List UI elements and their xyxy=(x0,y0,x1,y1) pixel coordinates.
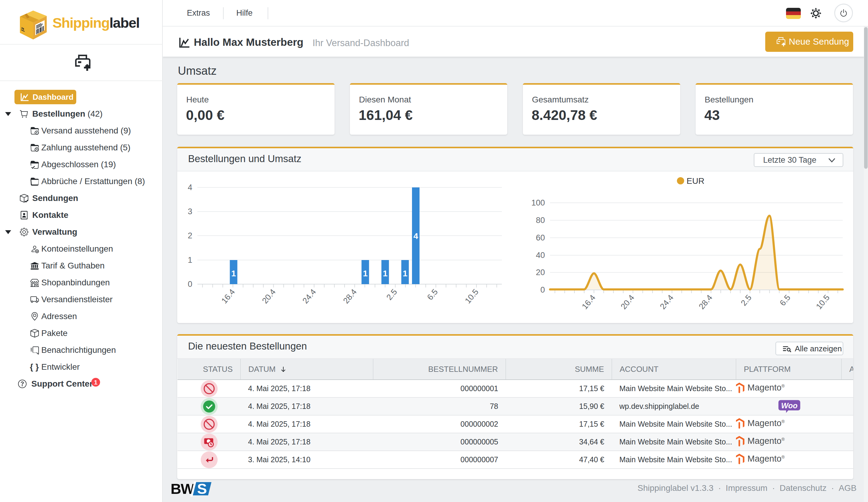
svg-text:20.4: 20.4 xyxy=(619,293,636,311)
svg-text:4: 4 xyxy=(188,183,192,192)
svg-text:24.4: 24.4 xyxy=(301,287,318,305)
svg-text:6.5: 6.5 xyxy=(425,287,440,302)
svg-text:!: ! xyxy=(36,131,37,134)
svg-text:20.4: 20.4 xyxy=(260,287,278,305)
svg-text:EUR: EUR xyxy=(686,176,704,186)
svg-text:4: 4 xyxy=(413,231,418,241)
svg-text:60: 60 xyxy=(536,233,545,242)
svg-text:10.5: 10.5 xyxy=(463,287,480,305)
svg-text:24.4: 24.4 xyxy=(658,293,675,311)
svg-text:28.4: 28.4 xyxy=(341,287,359,305)
svg-text:28.4: 28.4 xyxy=(697,293,714,311)
svg-text:0: 0 xyxy=(188,280,192,289)
svg-text:1: 1 xyxy=(231,269,236,278)
svg-text:1: 1 xyxy=(363,269,368,278)
svg-text:40: 40 xyxy=(536,251,545,260)
svg-text:100: 100 xyxy=(531,198,545,207)
svg-text:20: 20 xyxy=(536,268,545,277)
svg-text:80: 80 xyxy=(536,216,545,225)
svg-text:Woo: Woo xyxy=(781,401,797,410)
svg-text:2.5: 2.5 xyxy=(384,287,399,302)
svg-text:2: 2 xyxy=(188,231,192,240)
svg-text:16.4: 16.4 xyxy=(580,293,597,311)
svg-text:0: 0 xyxy=(540,285,545,294)
svg-text:16.4: 16.4 xyxy=(220,287,237,305)
svg-text:1: 1 xyxy=(383,269,388,278)
svg-text:1: 1 xyxy=(188,255,192,264)
svg-text:1: 1 xyxy=(403,269,407,278)
svg-text:3: 3 xyxy=(188,207,192,216)
svg-text:2.5: 2.5 xyxy=(739,293,753,308)
svg-text:10.5: 10.5 xyxy=(814,293,831,311)
svg-text:6.5: 6.5 xyxy=(778,293,792,308)
